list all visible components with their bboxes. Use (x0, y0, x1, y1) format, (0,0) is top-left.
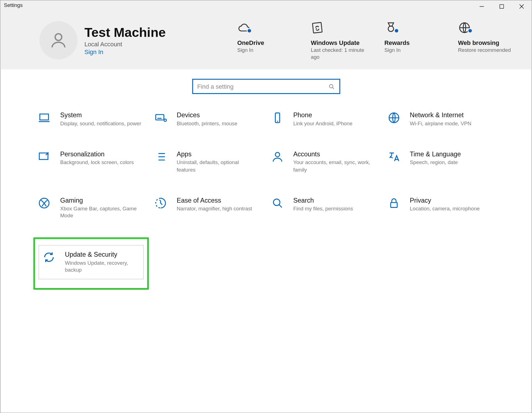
category-title: Devices (177, 111, 237, 119)
account-type: Local Account (85, 41, 166, 48)
phone-icon (271, 111, 286, 127)
category-title: Gaming (60, 197, 142, 204)
settings-window: Settings Test Machine Local Account Sign… (0, 0, 532, 413)
tile-desc: Sign In (237, 47, 293, 54)
language-icon (387, 151, 403, 166)
svg-rect-1 (500, 4, 504, 8)
category-title: Accounts (293, 151, 375, 158)
category-gaming[interactable]: GamingXbox Game Bar, captures, Game Mode (35, 193, 147, 223)
titlebar: Settings (1, 1, 532, 13)
category-time-language[interactable]: Time & LanguageSpeech, region, date (385, 147, 497, 177)
highlight-box: Update & SecurityWindows Update, recover… (33, 237, 149, 289)
category-title: Personalization (60, 151, 134, 158)
category-desc: Speech, region, date (410, 159, 461, 166)
category-personalization[interactable]: PersonalizationBackground, lock screen, … (35, 147, 147, 177)
category-ease-of-access[interactable]: Ease of AccessNarrator, magnifier, high … (152, 193, 264, 223)
search-input[interactable] (197, 83, 328, 90)
category-title: Ease of Access (177, 197, 252, 204)
avatar (39, 21, 77, 59)
tile-windows-update[interactable]: Windows Update Last checked: 1 minute ag… (311, 21, 367, 61)
maximize-button[interactable] (492, 1, 512, 13)
category-title: Search (293, 197, 353, 204)
list-icon (154, 151, 170, 166)
paintbrush-icon (38, 151, 53, 166)
category-title: Apps (177, 151, 259, 158)
category-desc: Bluetooth, printers, mouse (177, 120, 237, 127)
status-tiles: OneDrive Sign In Windows Update Last che… (237, 21, 514, 61)
tile-label: Windows Update (311, 39, 367, 46)
categories-grid: SystemDisplay, sound, notifications, pow… (1, 104, 532, 288)
tile-desc: Sign In (384, 47, 441, 54)
search-box[interactable] (192, 79, 340, 94)
medal-icon (384, 21, 441, 37)
category-desc: Link your Android, iPhone (293, 120, 352, 127)
sync-icon (42, 251, 58, 266)
category-devices[interactable]: DevicesBluetooth, printers, mouse (152, 108, 264, 131)
svg-point-8 (329, 84, 332, 88)
category-title: System (60, 111, 141, 119)
tile-web-browsing[interactable]: Web browsing Restore recommended (458, 21, 514, 61)
svg-point-28 (275, 153, 280, 157)
category-title: Update & Security (65, 251, 140, 258)
sign-in-link[interactable]: Sign In (85, 49, 166, 55)
lock-icon (387, 197, 403, 212)
laptop-icon (38, 111, 53, 127)
svg-line-9 (332, 87, 334, 89)
tile-label: Web browsing (458, 39, 514, 46)
search-icon (271, 197, 286, 212)
sync-page-icon (311, 21, 367, 37)
tile-label: Rewards (384, 39, 441, 46)
category-apps[interactable]: AppsUninstall, defaults, optional featur… (152, 147, 264, 177)
svg-rect-5 (313, 22, 322, 33)
tile-onedrive[interactable]: OneDrive Sign In (237, 21, 293, 61)
svg-line-31 (279, 205, 282, 207)
tile-rewards[interactable]: Rewards Sign In (384, 21, 441, 61)
category-desc: Narrator, magnifier, high contrast (177, 205, 252, 212)
category-desc: Location, camera, microphone (410, 205, 480, 212)
accessibility-icon (154, 197, 170, 212)
category-title: Phone (293, 111, 352, 119)
svg-rect-32 (391, 202, 397, 207)
search-icon (328, 83, 335, 90)
category-privacy[interactable]: PrivacyLocation, camera, microphone (385, 193, 497, 223)
category-desc: Display, sound, notifications, power (60, 120, 141, 127)
tile-label: OneDrive (237, 39, 293, 46)
category-system[interactable]: SystemDisplay, sound, notifications, pow… (35, 108, 147, 131)
tile-desc: Last checked: 1 minute ago (311, 47, 367, 61)
category-search[interactable]: SearchFind my files, permissions (268, 193, 380, 223)
svg-point-4 (55, 34, 62, 40)
cloud-icon (237, 21, 293, 37)
svg-point-30 (273, 199, 280, 205)
category-desc: Find my files, permissions (293, 205, 353, 212)
globe-icon (458, 21, 514, 37)
close-button[interactable] (512, 1, 532, 13)
category-desc: Background, lock screen, colors (60, 159, 134, 166)
category-desc: Uninstall, defaults, optional features (177, 159, 259, 173)
account-block[interactable]: Test Machine Local Account Sign In (39, 21, 166, 59)
account-header: Test Machine Local Account Sign In OneDr… (1, 12, 532, 69)
search-row (1, 69, 532, 103)
person-icon (271, 151, 286, 166)
category-desc: Windows Update, recovery, backup (65, 259, 140, 274)
window-title: Settings (1, 1, 26, 10)
category-desc: Xbox Game Bar, captures, Game Mode (60, 205, 142, 219)
svg-rect-12 (156, 115, 164, 120)
category-desc: Your accounts, email, sync, work, family (293, 159, 375, 173)
category-accounts[interactable]: AccountsYour accounts, email, sync, work… (268, 147, 380, 177)
category-update-security[interactable]: Update & SecurityWindows Update, recover… (39, 245, 144, 279)
account-name: Test Machine (85, 25, 166, 40)
category-title: Network & Internet (410, 111, 471, 119)
svg-rect-10 (40, 114, 48, 120)
category-desc: Wi-Fi, airplane mode, VPN (410, 120, 471, 127)
svg-point-17 (164, 119, 167, 122)
keyboard-icon (154, 111, 170, 127)
category-network[interactable]: Network & InternetWi-Fi, airplane mode, … (385, 108, 497, 131)
category-title: Time & Language (410, 151, 461, 158)
category-phone[interactable]: PhoneLink your Android, iPhone (268, 108, 380, 131)
svg-point-6 (388, 26, 394, 32)
minimize-button[interactable] (472, 1, 492, 13)
category-title: Privacy (410, 197, 480, 204)
xbox-icon (38, 197, 53, 212)
globe-icon (387, 111, 403, 127)
tile-desc: Restore recommended (458, 47, 514, 54)
